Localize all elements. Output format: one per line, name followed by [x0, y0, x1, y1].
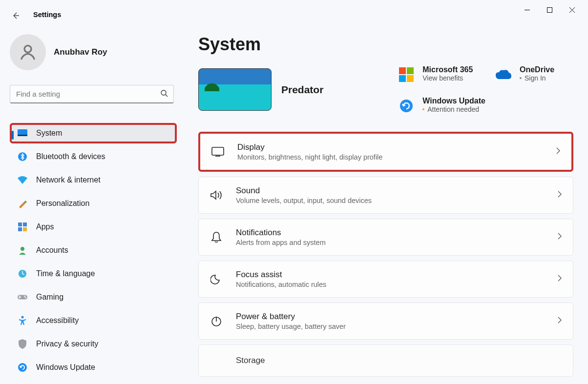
update-icon: [18, 363, 27, 372]
card-notifications[interactable]: Notifications Alerts from apps and syste…: [198, 219, 573, 256]
page-title: System: [198, 34, 573, 55]
device-name: Predator: [281, 84, 323, 96]
profile-name: Anubhav Roy: [54, 47, 107, 57]
sidebar-item-gaming[interactable]: Gaming: [10, 287, 175, 307]
sidebar-item-label: Bluetooth & devices: [36, 152, 105, 161]
svg-rect-8: [18, 227, 22, 231]
card-power-battery[interactable]: Power & battery Sleep, battery usage, ba…: [198, 303, 573, 340]
svg-rect-6: [18, 222, 22, 226]
stat-title: OneDrive: [520, 65, 554, 74]
svg-point-14: [25, 297, 26, 299]
svg-rect-7: [23, 222, 27, 226]
privacy-icon: [18, 339, 27, 349]
accessibility-icon: [18, 316, 27, 325]
card-title: Power & battery: [236, 312, 545, 322]
chevron-right-icon: [557, 232, 562, 242]
settings-list: Display Monitors, brightness, night ligh…: [198, 132, 573, 377]
stat-onedrive[interactable]: OneDrive Sign In: [495, 65, 573, 83]
svg-rect-0: [547, 7, 552, 12]
sidebar-item-label: System: [36, 129, 62, 138]
attention-dot-icon: [422, 108, 424, 110]
back-button[interactable]: [11, 11, 21, 20]
card-sound[interactable]: Sound Volume levels, output, input, soun…: [198, 177, 573, 214]
status-dot-icon: [520, 77, 522, 79]
device-info[interactable]: Predator: [198, 68, 323, 111]
stat-sub: Sign In: [520, 74, 554, 82]
notifications-icon: [210, 230, 223, 244]
card-title: Display: [237, 142, 543, 152]
svg-point-2: [161, 90, 166, 95]
card-title: Storage: [236, 356, 562, 365]
bluetooth-icon: [18, 152, 27, 162]
device-wallpaper: [198, 68, 272, 111]
card-focus-assist[interactable]: Focus assist Notifications, automatic ru…: [198, 261, 573, 298]
system-icon: [18, 128, 27, 138]
card-title: Sound: [236, 186, 545, 196]
sidebar-item-time[interactable]: Time & language: [10, 263, 175, 284]
maximize-button[interactable]: [538, 2, 561, 18]
stat-title: Microsoft 365: [422, 65, 473, 74]
power-icon: [210, 314, 223, 328]
card-sub: Volume levels, output, input, sound devi…: [236, 197, 545, 204]
time-icon: [18, 269, 27, 279]
sidebar-item-label: Privacy & security: [36, 340, 98, 348]
sound-icon: [210, 188, 223, 202]
user-profile[interactable]: Anubhav Roy: [10, 34, 173, 70]
avatar: [10, 34, 46, 70]
sidebar-item-label: Accounts: [36, 246, 68, 255]
sidebar-item-update[interactable]: Windows Update: [10, 357, 175, 378]
card-sub: Alerts from apps and system: [236, 239, 545, 246]
card-sub: Sleep, battery usage, battery saver: [236, 323, 545, 330]
chevron-right-icon: [556, 147, 561, 157]
apps-icon: [18, 222, 27, 232]
sidebar-item-accounts[interactable]: Accounts: [10, 240, 175, 261]
card-display[interactable]: Display Monitors, brightness, night ligh…: [198, 132, 573, 172]
display-icon: [211, 145, 225, 159]
sidebar-item-label: Time & language: [36, 269, 95, 278]
minimize-button[interactable]: [516, 2, 538, 18]
sidebar-item-apps[interactable]: Apps: [10, 217, 175, 237]
close-button[interactable]: [561, 2, 583, 18]
sidebar-item-label: Apps: [36, 222, 54, 231]
card-title: Focus assist: [236, 270, 545, 280]
svg-point-16: [18, 363, 27, 372]
storage-icon: [210, 354, 223, 367]
personalization-icon: [18, 199, 27, 208]
card-sub: Notifications, automatic rules: [236, 281, 545, 288]
search-input[interactable]: [10, 85, 174, 103]
stat-microsoft365[interactable]: Microsoft 365 View benefits: [398, 65, 485, 83]
svg-point-17: [400, 100, 413, 112]
gaming-icon: [18, 292, 27, 302]
sidebar-item-label: Accessibility: [36, 316, 79, 325]
card-storage[interactable]: Storage: [198, 344, 573, 377]
accounts-icon: [18, 245, 27, 255]
stat-sub: Attention needed: [422, 105, 485, 113]
svg-point-1: [24, 45, 31, 52]
svg-rect-9: [23, 227, 27, 231]
svg-point-13: [24, 296, 25, 297]
search-icon: [160, 89, 168, 99]
sidebar-item-label: Personalization: [36, 199, 89, 208]
svg-point-10: [21, 247, 24, 251]
sidebar-item-accessibility[interactable]: Accessibility: [10, 310, 175, 331]
chevron-right-icon: [557, 274, 562, 284]
sidebar-item-label: Gaming: [36, 293, 63, 302]
chevron-right-icon: [557, 190, 562, 200]
stat-windows-update[interactable]: Windows Update Attention needed: [398, 97, 485, 114]
window-title: Settings: [33, 11, 61, 19]
onedrive-icon: [495, 66, 512, 83]
network-icon: [18, 175, 27, 185]
focus-icon: [210, 272, 223, 286]
sidebar-item-system[interactable]: System: [10, 123, 177, 143]
sidebar-item-personalization[interactable]: Personalization: [10, 193, 175, 214]
stat-sub: View benefits: [422, 74, 473, 82]
sidebar-item-label: Windows Update: [36, 363, 95, 372]
svg-rect-4: [18, 135, 27, 136]
windows-update-icon: [398, 98, 415, 114]
sidebar-item-privacy[interactable]: Privacy & security: [10, 334, 175, 354]
sidebar-item-bluetooth[interactable]: Bluetooth & devices: [10, 146, 175, 167]
svg-rect-18: [212, 147, 224, 155]
chevron-right-icon: [557, 316, 562, 326]
sidebar-item-label: Network & internet: [36, 176, 101, 184]
sidebar-item-network[interactable]: Network & internet: [10, 170, 175, 190]
